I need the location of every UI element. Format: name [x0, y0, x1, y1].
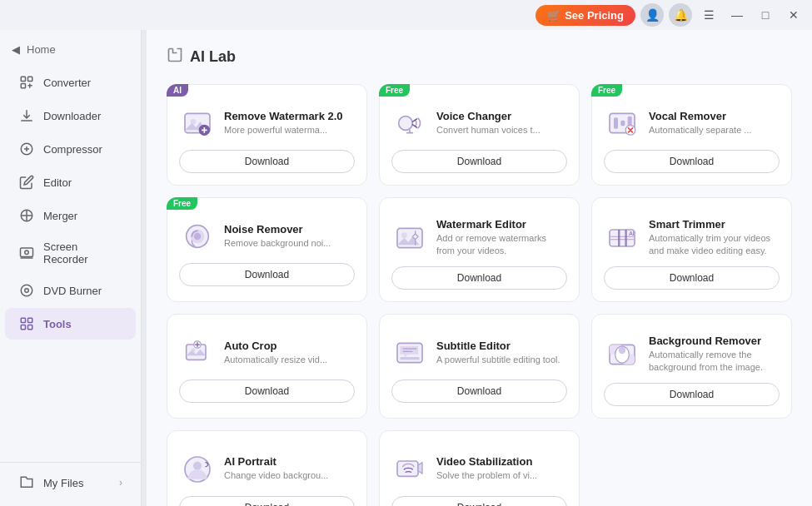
tool-name-video-stabilization: Video Stabilization	[436, 455, 567, 468]
tool-info-video-stabilization: Video Stabilization Solve the problem of…	[436, 455, 567, 482]
converter-icon	[18, 74, 35, 91]
user-icon[interactable]: 👤	[640, 3, 664, 27]
sidebar-item-dvd-burner[interactable]: DVD Burner	[5, 275, 136, 306]
tool-top-background-remover: Background Remover Automatically remove …	[604, 335, 780, 375]
svg-rect-18	[399, 117, 413, 131]
sidebar-item-tools[interactable]: Tools	[5, 308, 136, 340]
tool-top-auto-crop: Auto Crop Automatically resize vid...	[179, 335, 355, 371]
tool-card-watermark-editor: Watermark Editor Add or remove watermark…	[379, 197, 580, 302]
minimize-button[interactable]: —	[725, 3, 749, 27]
tool-name-voice-changer: Voice Changer	[436, 110, 567, 122]
tool-desc-noise-remover: Remove background noi...	[224, 237, 355, 250]
tool-name-auto-crop: Auto Crop	[224, 340, 355, 352]
tool-name-noise-remover: Noise Remover	[224, 223, 355, 236]
bell-icon[interactable]: 🔔	[669, 3, 692, 27]
download-button-voice-changer[interactable]: Download	[391, 150, 567, 173]
tool-icon-ai-portrait	[179, 451, 216, 488]
home-label: Home	[27, 43, 56, 56]
svg-rect-0	[21, 77, 25, 81]
tool-top-voice-changer: Voice Changer Convert human voices t...	[391, 105, 567, 141]
svg-rect-32	[618, 230, 620, 246]
download-button-remove-watermark[interactable]: Download	[179, 150, 355, 173]
sidebar-item-editor[interactable]: Editor	[5, 166, 136, 198]
page-header: AI Lab	[167, 47, 792, 67]
tool-name-smart-trimmer: Smart Trimmer	[649, 218, 780, 231]
tool-name-background-remover: Background Remover	[649, 335, 780, 347]
tool-desc-remove-watermark: More powerful waterma...	[224, 124, 355, 136]
tool-desc-subtitle-editor: A powerful subtitle editing tool.	[436, 354, 567, 366]
sidebar-label: Compressor	[43, 143, 102, 156]
tool-desc-ai-portrait: Change video backgrou...	[224, 469, 355, 482]
tool-desc-smart-trimmer: Automatically trim your videos and make …	[649, 232, 780, 258]
titlebar: 🛒 See Pricing 👤 🔔 ☰ — □ ✕	[0, 0, 812, 30]
sidebar-item-merger[interactable]: Merger	[5, 200, 136, 231]
download-button-watermark-editor[interactable]: Download	[391, 266, 567, 290]
tool-name-vocal-remover: Vocal Remover	[649, 110, 780, 122]
tool-card-remove-watermark: AI Remove Watermark 2.0 More powerful wa…	[167, 84, 367, 186]
tool-icon-video-stabilization	[391, 451, 428, 488]
sidebar-item-my-files[interactable]: My Files ›	[5, 467, 136, 499]
tool-top-noise-remover: Noise Remover Remove background noi...	[179, 218, 355, 255]
svg-point-46	[619, 347, 625, 354]
download-button-smart-trimmer[interactable]: Download	[604, 266, 780, 290]
tool-card-auto-crop: Auto Crop Automatically resize vid... Do…	[167, 314, 367, 419]
sidebar-item-compressor[interactable]: Compressor	[5, 133, 136, 165]
download-button-auto-crop[interactable]: Download	[179, 380, 355, 403]
maximize-button[interactable]: □	[754, 3, 777, 27]
tool-top-watermark-editor: Watermark Editor Add or remove watermark…	[391, 218, 567, 258]
sidebar-item-screen-recorder[interactable]: Screen Recorder	[5, 233, 136, 273]
tool-info-voice-changer: Voice Changer Convert human voices t...	[436, 110, 567, 136]
tool-name-watermark-editor: Watermark Editor	[436, 218, 567, 231]
main-content: AI Lab AI Remove Watermark 2.0 More powe…	[147, 30, 812, 506]
svg-rect-14	[28, 325, 32, 330]
tool-card-background-remover: Background Remover Automatically remove …	[591, 314, 792, 419]
ai-lab-icon	[167, 47, 183, 67]
download-button-background-remover[interactable]: Download	[604, 383, 780, 406]
tool-desc-voice-changer: Convert human voices t...	[436, 124, 567, 136]
tool-badge-noise-remover: Free	[167, 197, 197, 210]
tool-icon-watermark-editor	[391, 220, 428, 256]
tool-icon-background-remover	[604, 336, 640, 373]
svg-rect-11	[21, 318, 25, 322]
sidebar-label: Converter	[43, 77, 91, 89]
tool-top-remove-watermark: Remove Watermark 2.0 More powerful water…	[179, 105, 355, 141]
screen-recorder-icon	[18, 245, 35, 261]
tool-info-noise-remover: Noise Remover Remove background noi...	[224, 223, 355, 250]
tool-info-remove-watermark: Remove Watermark 2.0 More powerful water…	[224, 110, 355, 136]
tool-icon-subtitle-editor	[391, 335, 428, 371]
download-button-ai-portrait[interactable]: Download	[179, 496, 355, 506]
tool-desc-background-remover: Automatically remove the background from…	[649, 349, 780, 375]
download-button-noise-remover[interactable]: Download	[179, 263, 355, 286]
svg-point-9	[21, 285, 32, 296]
tool-card-subtitle-editor: Subtitle Editor A powerful subtitle edit…	[379, 314, 580, 419]
back-home[interactable]: ◀ Home	[0, 37, 141, 62]
app-body: ◀ Home Converter Downloader Compressor	[0, 30, 812, 506]
tool-info-background-remover: Background Remover Automatically remove …	[649, 335, 780, 375]
tool-card-vocal-remover: Free Vocal Remover Automatically separat…	[591, 84, 792, 186]
compressor-icon	[18, 141, 35, 157]
tool-desc-vocal-remover: Automatically separate ...	[649, 124, 780, 136]
tool-name-ai-portrait: AI Portrait	[224, 455, 355, 468]
close-button[interactable]: ✕	[782, 3, 805, 27]
tool-desc-watermark-editor: Add or remove watermarks from your video…	[436, 232, 567, 258]
svg-rect-12	[28, 318, 32, 322]
download-button-subtitle-editor[interactable]: Download	[391, 380, 567, 403]
pricing-label: See Pricing	[565, 9, 624, 22]
back-icon: ◀	[12, 43, 20, 56]
tool-name-subtitle-editor: Subtitle Editor	[436, 340, 567, 352]
tools-icon	[18, 315, 35, 332]
sidebar-label: Editor	[43, 176, 72, 189]
editor-icon	[18, 174, 35, 191]
download-button-vocal-remover[interactable]: Download	[604, 150, 780, 173]
tool-card-voice-changer: Free Voice Changer Convert human voices …	[379, 84, 580, 186]
tool-top-vocal-remover: Vocal Remover Automatically separate ...	[604, 105, 780, 141]
svg-text:AI: AI	[629, 231, 634, 236]
sidebar-item-downloader[interactable]: Downloader	[5, 100, 136, 131]
tool-desc-auto-crop: Automatically resize vid...	[224, 354, 355, 366]
dvd-burner-icon	[18, 282, 35, 299]
sidebar-item-converter[interactable]: Converter	[5, 67, 136, 98]
svg-point-48	[193, 461, 202, 469]
menu-button[interactable]: ☰	[697, 3, 720, 27]
pricing-button[interactable]: 🛒 See Pricing	[536, 5, 635, 26]
download-button-video-stabilization[interactable]: Download	[391, 496, 567, 506]
